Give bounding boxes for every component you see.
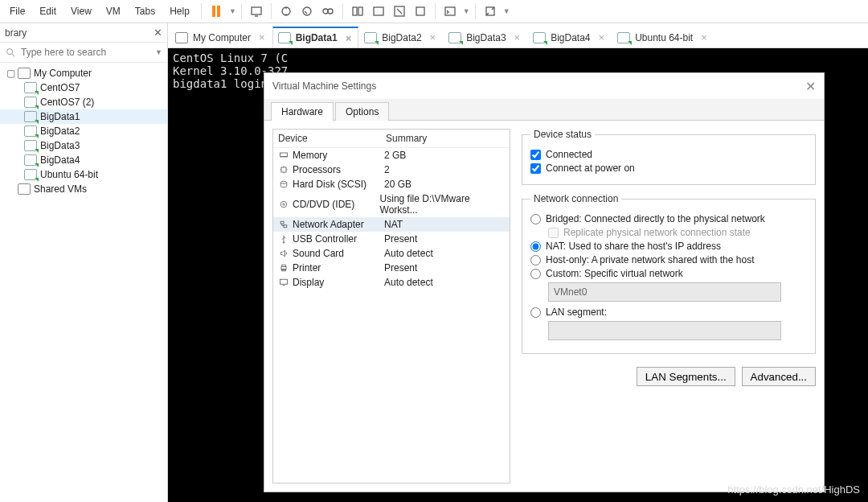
nat-radio[interactable]: NAT: Used to share the host's IP address: [530, 241, 807, 252]
memory-icon: [278, 150, 289, 160]
tree-my-computer[interactable]: ▢My Computer: [0, 66, 167, 80]
tab-ubuntu[interactable]: Ubuntu 64-bit×: [612, 27, 714, 47]
library-panel: brary ✕ ▼ ▢My Computer CentOS7 CentOS7 (…: [0, 23, 168, 502]
svg-point-15: [280, 181, 287, 183]
custom-network-select[interactable]: VMnet0: [548, 282, 781, 302]
library-search[interactable]: ▼: [0, 43, 167, 63]
power-dropdown-icon[interactable]: ▼: [229, 7, 236, 15]
svg-rect-22: [282, 265, 286, 266]
bridged-radio[interactable]: Bridged: Connected directly to the physi…: [530, 213, 807, 224]
tab-bigdata1[interactable]: BigData1×: [272, 27, 359, 47]
device-row-net[interactable]: Network AdapterNAT: [273, 217, 510, 232]
device-row-disk[interactable]: Hard Disk (SCSI)20 GB: [273, 177, 510, 191]
pause-icon[interactable]: [207, 2, 226, 21]
replicate-checkbox: Replicate physical network connection st…: [548, 227, 807, 238]
connect-poweron-checkbox[interactable]: Connect at power on: [530, 163, 807, 174]
view-multi-icon[interactable]: [369, 2, 388, 21]
net-icon: [278, 220, 289, 229]
vm-settings-dialog: Virtual Machine Settings ✕ Hardware Opti…: [264, 72, 825, 492]
library-close-icon[interactable]: ✕: [154, 27, 162, 39]
stretch-dropdown-icon[interactable]: ▼: [503, 7, 510, 15]
tab-close-icon[interactable]: ×: [430, 31, 436, 43]
hostonly-radio[interactable]: Host-only: A private network shared with…: [530, 254, 807, 265]
svg-rect-0: [252, 7, 261, 14]
menu-vm[interactable]: VM: [100, 3, 127, 19]
tab-my-computer[interactable]: My Computer×: [170, 27, 272, 47]
tab-close-icon[interactable]: ×: [514, 31, 521, 43]
vm-icon: [24, 154, 37, 166]
device-list: DeviceSummary Memory2 GBProcessors2Hard …: [272, 129, 510, 483]
tab-bigdata3[interactable]: BigData3×: [443, 27, 527, 47]
tab-close-icon[interactable]: ×: [346, 32, 352, 44]
computer-icon: [18, 68, 31, 79]
network-connection-legend: Network connection: [530, 193, 621, 204]
device-row-printer[interactable]: PrinterPresent: [273, 261, 510, 275]
dialog-tab-hardware[interactable]: Hardware: [271, 102, 334, 121]
lan-segments-button[interactable]: LAN Segments...: [637, 367, 735, 386]
tree-vm-selected[interactable]: BigData1: [0, 109, 167, 124]
vm-icon: [24, 111, 37, 122]
search-input[interactable]: [19, 46, 154, 59]
advanced-button[interactable]: Advanced...: [742, 367, 816, 386]
snapshot-manage-icon[interactable]: [318, 2, 338, 21]
display-icon: [278, 278, 289, 287]
snapshot-revert-icon[interactable]: [297, 2, 317, 21]
search-dropdown-icon[interactable]: ▼: [155, 48, 162, 56]
stretch-icon[interactable]: [481, 2, 500, 21]
view-single-icon[interactable]: [348, 2, 367, 21]
connected-checkbox[interactable]: Connected: [530, 149, 807, 160]
svg-point-3: [323, 9, 328, 14]
vm-icon: [278, 32, 291, 43]
svg-rect-18: [280, 221, 284, 224]
vm-icon: [533, 32, 546, 43]
vm-tabs: My Computer× BigData1× BigData2× BigData…: [168, 23, 868, 48]
dialog-close-icon[interactable]: ✕: [805, 79, 816, 94]
tab-close-icon[interactable]: ×: [599, 31, 605, 43]
tree-vm[interactable]: BigData2: [0, 124, 167, 138]
unity-icon[interactable]: [411, 2, 430, 21]
svg-point-4: [328, 9, 333, 14]
printer-icon: [278, 263, 289, 273]
tab-close-icon[interactable]: ×: [701, 31, 707, 43]
svg-rect-14: [281, 167, 286, 172]
device-row-usb[interactable]: USB ControllerPresent: [273, 232, 510, 246]
device-row-cpu[interactable]: Processors2: [273, 163, 510, 177]
console-dropdown-icon[interactable]: ▼: [463, 7, 470, 15]
tab-bigdata4[interactable]: BigData4×: [527, 27, 612, 47]
library-title: brary: [5, 27, 27, 39]
custom-radio[interactable]: Custom: Specific virtual network: [530, 268, 807, 279]
vm-icon: [24, 140, 37, 151]
tree-vm[interactable]: BigData3: [0, 138, 167, 153]
send-ctrl-alt-del-icon[interactable]: [247, 2, 266, 21]
lansegment-select[interactable]: [548, 321, 781, 340]
svg-rect-24: [280, 279, 288, 284]
vm-icon: [24, 126, 37, 137]
device-row-sound[interactable]: Sound CardAuto detect: [273, 246, 510, 261]
svg-rect-10: [445, 7, 455, 15]
menu-edit[interactable]: Edit: [33, 3, 63, 19]
tree-vm[interactable]: Ubuntu 64-bit: [0, 167, 167, 182]
console-icon[interactable]: [440, 2, 460, 21]
device-row-display[interactable]: DisplayAuto detect: [273, 275, 510, 290]
dialog-tab-options[interactable]: Options: [335, 102, 389, 121]
menu-view[interactable]: View: [64, 3, 98, 19]
vm-icon: [24, 82, 37, 93]
console-line: CentOS Linux 7 (C: [173, 51, 863, 64]
tree-vm[interactable]: BigData4: [0, 153, 167, 167]
fullscreen-icon[interactable]: [390, 2, 409, 21]
vm-icon: [24, 169, 37, 180]
menu-file[interactable]: File: [3, 3, 31, 19]
tab-bigdata2[interactable]: BigData2×: [358, 27, 443, 47]
lansegment-radio[interactable]: LAN segment:: [530, 307, 807, 318]
device-row-cd[interactable]: CD/DVD (IDE)Using file D:\VMware Workst.…: [273, 191, 510, 217]
menu-tabs[interactable]: Tabs: [129, 3, 162, 19]
library-tree: ▢My Computer CentOS7 CentOS7 (2) BigData…: [0, 63, 167, 502]
cpu-icon: [278, 165, 289, 175]
snapshot-take-icon[interactable]: [276, 2, 296, 21]
tab-close-icon[interactable]: ×: [259, 31, 265, 43]
tree-vm[interactable]: CentOS7: [0, 80, 167, 95]
tree-vm[interactable]: CentOS7 (2): [0, 95, 167, 109]
menu-help[interactable]: Help: [163, 3, 196, 19]
device-row-memory[interactable]: Memory2 GB: [273, 148, 510, 163]
tree-shared-vms[interactable]: Shared VMs: [0, 182, 167, 196]
